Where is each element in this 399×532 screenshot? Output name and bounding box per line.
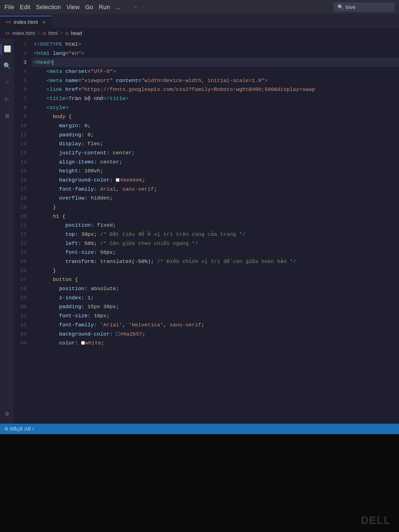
line-num-26: 26 xyxy=(14,266,27,275)
menu-file[interactable]: File xyxy=(4,4,14,11)
breadcrumb-file[interactable]: index.html xyxy=(12,30,35,36)
activity-explorer-icon[interactable]: ⬜ xyxy=(1,43,13,55)
line-num-23: 23 xyxy=(14,239,27,248)
code-line-12: display: flex; xyxy=(32,139,399,149)
line-num-28: 28 xyxy=(14,284,27,293)
menu-edit[interactable]: Edit xyxy=(20,4,30,11)
line-num-9: 9 xyxy=(14,112,27,121)
line-num-20: 20 xyxy=(14,212,27,221)
code-line-25: transform: translateX(-50%); /* Điều chỉ… xyxy=(32,257,399,266)
back-arrow[interactable]: ← xyxy=(134,4,137,11)
code-line-1: <!DOCTYPE html> xyxy=(32,40,399,49)
line-num-15: 15 xyxy=(14,167,27,176)
line-numbers: 1 2 3 4 5 6 7 8 9 10 11 12 13 14 15 16 1… xyxy=(14,39,32,424)
tab-close-button[interactable]: ✕ xyxy=(42,20,46,25)
code-line-8: <style> xyxy=(32,103,399,112)
code-editor[interactable]: <!DOCTYPE html> <html lang="en"> <head> … xyxy=(32,39,399,424)
breadcrumb-icon-html: ⊙ xyxy=(42,31,46,36)
code-line-3: <head> xyxy=(32,58,399,67)
line-num-8: 8 xyxy=(14,103,27,112)
activity-debug-icon[interactable]: ▷ xyxy=(3,93,11,105)
line-num-22: 22 xyxy=(14,230,27,239)
menu-run[interactable]: Run xyxy=(99,4,110,11)
monitor-bezel: DELL xyxy=(0,434,399,532)
activity-settings-icon[interactable]: ⚙ xyxy=(3,408,11,420)
line-num-19: 19 xyxy=(14,203,27,212)
line-num-32: 32 xyxy=(14,321,27,330)
activity-bar: ⬜ 🔍 ⑂ ▷ ⊞ ⚙ xyxy=(0,39,14,424)
line-num-17: 17 xyxy=(14,185,27,194)
code-line-14: align-items: center; xyxy=(32,158,399,167)
line-num-21: 21 xyxy=(14,221,27,230)
activity-search-icon[interactable]: 🔍 xyxy=(1,60,13,72)
line-num-7: 7 xyxy=(14,94,27,103)
line-num-29: 29 xyxy=(14,293,27,303)
line-num-2: 2 xyxy=(14,49,27,58)
status-sync-icon: ↕ xyxy=(32,426,34,432)
code-line-7: <title>Tràn bộ nhớ</title> xyxy=(32,94,399,103)
menu-bar: File Edit Selection View Go Run ... xyxy=(4,4,121,11)
line-num-24: 24 xyxy=(14,248,27,257)
line-num-5: 5 xyxy=(14,76,27,85)
line-num-34: 34 xyxy=(14,339,27,348)
code-line-6: <link href="https://fonts.googleapis.com… xyxy=(32,85,399,94)
breadcrumb: <> index.html > ⊙ html > ⊙ head xyxy=(0,28,399,39)
tab-file-icon: <> xyxy=(6,19,11,25)
title-bar: File Edit Selection View Go Run ... ← → … xyxy=(0,0,399,14)
code-line-16: background-color: #eeeeee; xyxy=(32,176,399,185)
nav-arrows: ← → xyxy=(134,4,144,11)
line-num-16: 16 xyxy=(14,176,27,185)
code-line-21: position: fixed; xyxy=(32,221,399,230)
line-num-27: 27 xyxy=(14,275,27,284)
tab-label: index.html xyxy=(14,19,38,25)
line-num-11: 11 xyxy=(14,131,27,140)
code-line-2: <html lang="en"> xyxy=(32,49,399,58)
code-line-22: top: 30px; /* Đặt tiêu đề ở vị trí trên … xyxy=(32,230,399,239)
code-line-4: <meta charset="UTF-8"> xyxy=(32,67,399,76)
line-num-30: 30 xyxy=(14,302,27,311)
line-num-12: 12 xyxy=(14,139,27,149)
line-num-3: 3 xyxy=(14,58,27,67)
tab-bar: <> index.html ✕ xyxy=(0,14,399,28)
activity-git-icon[interactable]: ⑂ xyxy=(3,77,11,88)
breadcrumb-sep-2: > xyxy=(60,30,63,36)
menu-more[interactable]: ... xyxy=(116,4,121,11)
line-num-25: 25 xyxy=(14,257,27,266)
code-line-18: overflow: hidden; xyxy=(32,194,399,203)
search-text: love xyxy=(346,4,355,10)
color-swatch-eeeeee xyxy=(116,178,119,182)
code-line-19: } xyxy=(32,203,399,212)
line-num-1: 1 xyxy=(14,40,27,49)
status-errors: ⚠0 xyxy=(24,426,30,432)
line-num-33: 33 xyxy=(14,330,27,339)
line-num-31: 31 xyxy=(14,311,27,321)
code-line-13: justify-content: center; xyxy=(32,149,399,158)
code-line-9: body { xyxy=(32,112,399,121)
code-line-29: z-index: 1; xyxy=(32,293,399,303)
code-line-31: font-size: 18px; xyxy=(32,311,399,321)
status-bar: ⊙ ⊙0△0 ⚠0 ↕ xyxy=(0,424,399,434)
line-num-4: 4 xyxy=(14,67,27,76)
menu-view[interactable]: View xyxy=(66,4,80,11)
code-line-24: font-size: 50px; xyxy=(32,248,399,257)
forward-arrow[interactable]: → xyxy=(141,4,144,11)
code-line-10: margin: 0; xyxy=(32,121,399,131)
code-line-15: height: 100vh; xyxy=(32,167,399,176)
tab-index-html[interactable]: <> index.html ✕ xyxy=(0,16,52,28)
editor-container: ⬜ 🔍 ⑂ ▷ ⊞ ⚙ 1 2 3 4 5 6 7 8 9 10 11 12 1… xyxy=(0,39,399,424)
status-branch[interactable]: ⊙ ⊙0△0 ⚠0 ↕ xyxy=(4,426,34,432)
code-line-34: color: white; xyxy=(32,339,399,348)
breadcrumb-icon-head: ⊙ xyxy=(65,31,69,36)
breadcrumb-html[interactable]: html xyxy=(48,30,58,36)
search-bar[interactable]: 🔍 love xyxy=(334,2,395,12)
activity-extensions-icon[interactable]: ⊞ xyxy=(3,110,11,122)
code-line-28: position: absolute; xyxy=(32,284,399,293)
menu-selection[interactable]: Selection xyxy=(36,4,61,11)
line-num-14: 14 xyxy=(14,158,27,167)
menu-go[interactable]: Go xyxy=(85,4,93,11)
brand-label: DELL xyxy=(361,515,391,526)
line-num-13: 13 xyxy=(14,149,27,158)
color-swatch-0a2b57 xyxy=(116,332,119,336)
breadcrumb-head[interactable]: head xyxy=(71,30,82,36)
code-line-30: padding: 15px 30px; xyxy=(32,302,399,311)
